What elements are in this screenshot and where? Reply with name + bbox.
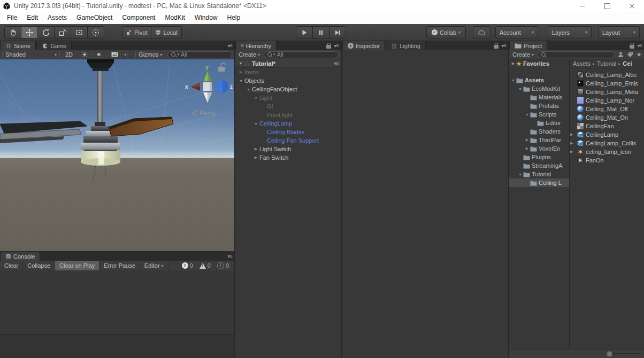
project-tree-editor[interactable]: Editor bbox=[509, 119, 569, 127]
asset-ceilingfan[interactable]: CeilingFan bbox=[570, 122, 644, 130]
scene-effects-toggle[interactable] bbox=[109, 51, 121, 58]
hierarchy-item-ceiling-blades[interactable]: Ceiling Blades bbox=[235, 128, 341, 136]
menu-window[interactable]: Window bbox=[190, 12, 223, 24]
lock-icon[interactable] bbox=[494, 45, 499, 49]
shading-mode-dropdown[interactable]: Shaded▾ bbox=[2, 51, 60, 58]
minimize-button[interactable] bbox=[570, 0, 595, 12]
scene-audio-toggle[interactable] bbox=[93, 51, 106, 58]
effects-dropdown-arrow[interactable]: ▾ bbox=[123, 51, 128, 58]
transform-tool-button[interactable] bbox=[87, 26, 104, 38]
play-button[interactable] bbox=[296, 26, 313, 38]
triangle-down-icon[interactable]: ▼ bbox=[252, 122, 259, 126]
pivot-toggle-button[interactable]: Pivot bbox=[122, 26, 151, 38]
tab-menu-icon[interactable]: ▾≡ bbox=[334, 43, 339, 49]
triangle-right-icon[interactable]: ▶ bbox=[570, 150, 573, 154]
hierarchy-search-input[interactable]: ▾ All bbox=[264, 51, 339, 58]
asset-fanon[interactable]: FanOn bbox=[570, 156, 644, 165]
layout-dropdown[interactable]: Layout▾ bbox=[598, 26, 640, 38]
menu-file[interactable]: File bbox=[2, 12, 22, 24]
scene-search-input[interactable]: ▾ All bbox=[167, 51, 232, 58]
hierarchy-item-ceilingfanobject[interactable]: ▼CeilingFanObject bbox=[235, 85, 341, 94]
project-tree-ceiling-l[interactable]: Ceiling L bbox=[509, 178, 569, 187]
triangle-down-icon[interactable]: ▼ bbox=[237, 79, 244, 83]
slider-knob[interactable] bbox=[607, 351, 612, 357]
account-dropdown[interactable]: Account▾ bbox=[495, 26, 538, 38]
triangle-down-icon[interactable]: ▼ bbox=[510, 79, 516, 82]
hierarchy-item-light[interactable]: ▼Light bbox=[235, 94, 341, 102]
project-tree-shaders[interactable]: Shaders bbox=[509, 127, 569, 136]
hierarchy-item-point-light[interactable]: Point light bbox=[235, 111, 341, 119]
asset-ceiling-lamp-nor[interactable]: Ceiling_Lamp_Nor bbox=[570, 96, 644, 105]
menu-help[interactable]: Help bbox=[223, 12, 246, 24]
cloud-button[interactable] bbox=[473, 26, 490, 38]
tab-game[interactable]: Game bbox=[36, 41, 72, 50]
tab-project[interactable]: Project bbox=[509, 41, 547, 50]
tab-inspector[interactable]: i Inspector bbox=[342, 41, 385, 50]
local-toggle-button[interactable]: Local bbox=[151, 26, 181, 38]
hierarchy-item-ceiling-fan-support[interactable]: Ceiling Fan Support bbox=[235, 136, 341, 145]
lock-icon[interactable] bbox=[326, 45, 331, 49]
project-tree-materials[interactable]: Materials bbox=[509, 93, 569, 102]
project-tree-streaminga[interactable]: StreamingA bbox=[509, 161, 569, 170]
hierarchy-item-items[interactable]: ▶Items bbox=[235, 68, 341, 76]
asset-ceilinglamp[interactable]: ▶CeilingLamp bbox=[570, 130, 644, 139]
asset-ceiling-mat-off[interactable]: Ceiling_Mat_Off bbox=[570, 105, 644, 113]
scale-tool-button[interactable] bbox=[54, 26, 71, 38]
triangle-right-icon[interactable]: ▶ bbox=[570, 133, 573, 137]
project-tree-prefabs[interactable]: Prefabs bbox=[509, 102, 569, 110]
scene-header-row[interactable]: ▼ Tutorial* ▾≡ bbox=[235, 59, 341, 68]
rotate-tool-button[interactable] bbox=[37, 26, 55, 38]
tab-console[interactable]: Console bbox=[0, 251, 40, 261]
asset-ceiling-mat-on[interactable]: Ceiling_Mat_On bbox=[570, 113, 644, 122]
menu-gameobject[interactable]: GameObject bbox=[72, 12, 117, 24]
tab-scene[interactable]: Scene bbox=[0, 41, 36, 50]
tab-menu-icon[interactable]: ▾≡ bbox=[637, 43, 642, 49]
triangle-right-icon[interactable]: ▶ bbox=[524, 138, 530, 142]
layers-dropdown[interactable]: Layers▾ bbox=[548, 26, 592, 38]
triangle-right-icon[interactable]: ▶ bbox=[570, 141, 573, 145]
scene-lighting-toggle[interactable] bbox=[78, 51, 91, 58]
triangle-right-icon[interactable]: ▶ bbox=[252, 147, 259, 151]
hierarchy-item-gi[interactable]: GI bbox=[235, 102, 341, 111]
hand-tool-button[interactable] bbox=[4, 26, 21, 38]
search-by-label-icon[interactable] bbox=[627, 51, 633, 58]
triangle-down-icon[interactable]: ▼ bbox=[245, 88, 252, 91]
move-tool-button[interactable] bbox=[21, 26, 38, 38]
tab-menu-icon[interactable]: ▾≡ bbox=[227, 43, 232, 49]
triangle-down-icon[interactable]: ▼ bbox=[517, 87, 523, 91]
triangle-right-icon[interactable]: ▶ bbox=[524, 146, 530, 151]
hierarchy-item-fan-switch[interactable]: ▶Fan Switch bbox=[235, 153, 341, 162]
hierarchy-item-objects[interactable]: ▼Objects bbox=[235, 76, 341, 85]
menu-assets[interactable]: Assets bbox=[43, 12, 72, 24]
scene-viewport[interactable]: y x z Persp bbox=[0, 59, 234, 251]
triangle-down-icon[interactable]: ▼ bbox=[252, 96, 259, 100]
asset-ceilinglamp-collis[interactable]: ▶CeilingLamp_Collis bbox=[570, 139, 644, 147]
asset-ceiling-lamp-meta[interactable]: Ceiling_Lamp_Meta bbox=[570, 88, 644, 96]
tab-menu-icon[interactable]: ▾≡ bbox=[227, 253, 232, 259]
tab-menu-icon[interactable]: ▾≡ bbox=[501, 43, 506, 49]
breadcrumb-segment-cei[interactable]: Cei bbox=[623, 60, 632, 67]
project-tree-tutorial[interactable]: ▼Tutorial bbox=[509, 170, 569, 178]
console-button-editor[interactable]: Editor▾ bbox=[140, 261, 168, 270]
console-button-clear[interactable]: Clear bbox=[0, 261, 23, 270]
step-button[interactable] bbox=[329, 26, 346, 38]
triangle-down-icon[interactable]: ▼ bbox=[237, 61, 244, 65]
triangle-down-icon[interactable]: ▼ bbox=[524, 113, 530, 116]
project-search-input[interactable] bbox=[538, 51, 615, 58]
pause-button[interactable] bbox=[312, 26, 329, 38]
tab-lighting[interactable]: Lighting bbox=[386, 41, 426, 50]
project-tree-plugins[interactable]: Plugins bbox=[509, 153, 569, 161]
project-create-dropdown[interactable]: Create▾ bbox=[511, 51, 535, 58]
project-tree-thirdpar[interactable]: ▶ThirdPar bbox=[509, 136, 569, 144]
triangle-right-icon[interactable]: ▶ bbox=[252, 155, 259, 160]
asset-ceiling-lamp-albe[interactable]: Ceiling_Lamp_Albe bbox=[570, 71, 644, 79]
tab-hierarchy[interactable]: ≡ Hierarchy bbox=[235, 41, 277, 50]
console-error-badge[interactable]: !0 bbox=[180, 262, 195, 269]
menu-component[interactable]: Component bbox=[117, 12, 160, 24]
hierarchy-item-ceilinglamp[interactable]: ▼CeilingLamp bbox=[235, 119, 341, 128]
hierarchy-create-dropdown[interactable]: Create▾ bbox=[237, 51, 261, 58]
console-log-area[interactable] bbox=[0, 270, 234, 334]
console-button-collapse[interactable]: Collapse bbox=[23, 261, 55, 270]
breadcrumb-segment-tutorial[interactable]: Tutorial bbox=[597, 60, 616, 67]
console-info-badge[interactable]: !0 bbox=[215, 262, 231, 269]
